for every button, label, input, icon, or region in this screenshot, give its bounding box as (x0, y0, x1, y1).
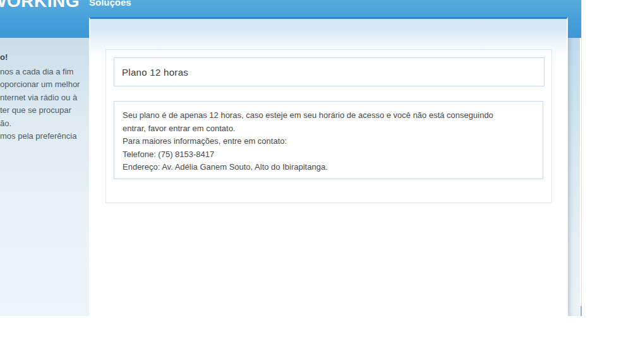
sidebar-text-line: nos a cada dia a fim (0, 66, 80, 78)
plan-info-box: Seu plano é de apenas 12 horas, caso est… (114, 101, 543, 179)
sidebar-text-line: ter que se procupar (0, 104, 80, 117)
sidebar-text-line: ão. (0, 117, 80, 130)
sidebar-text-line: oporcionar um melhor (0, 78, 80, 91)
plan-info-line: Para maiores informações, entre em conta… (123, 135, 493, 148)
plan-info-line: entrar, favor entrar em contato. (123, 122, 493, 136)
logo-text: WORKING (0, 0, 80, 11)
sidebar-heading: o! (0, 52, 8, 62)
plan-info-line: Seu plano é de apenas 12 horas, caso est… (123, 109, 493, 122)
sidebar-text-block: nos a cada dia a fim oporcionar um melho… (0, 66, 80, 143)
plan-info-text: Seu plano é de apenas 12 horas, caso est… (123, 109, 493, 174)
logo-tagline: Soluções (89, 0, 131, 8)
plan-info-line: Endereço: Av. Adélia Ganem Souto, Alto d… (123, 161, 493, 174)
plan-title: Plano 12 horas (114, 67, 188, 78)
sidebar-text-line: mos pela preferência (0, 130, 80, 143)
right-background-column (568, 38, 580, 316)
plan-info-line: Telefone: (75) 8153-8417 (123, 148, 493, 161)
main-content-wrapper: Plano 12 horas Seu plano é de apenas 12 … (89, 17, 568, 316)
sidebar-text-line: nternet via rádio ou à (0, 91, 80, 104)
left-sidebar: o! nos a cada dia a fim oporcionar um me… (0, 38, 89, 316)
page-container: WORKING Soluções o! nos a cada dia a fim… (0, 0, 582, 316)
plan-title-box: Plano 12 horas (114, 57, 545, 86)
right-edge-accent (581, 306, 582, 316)
